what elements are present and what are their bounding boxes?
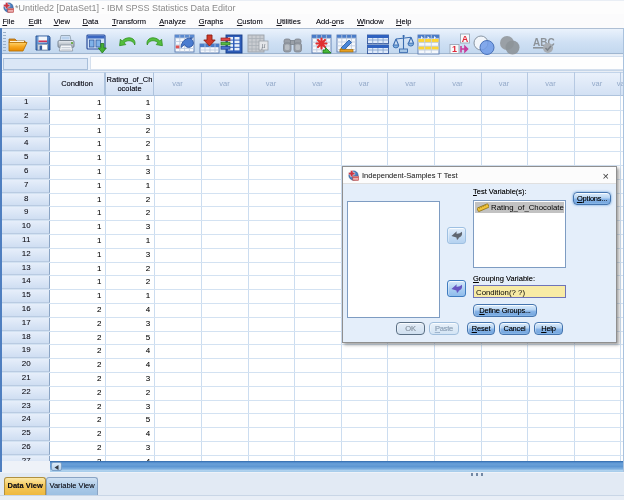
svg-text:1: 1: [452, 44, 457, 54]
svg-text:A: A: [462, 34, 469, 44]
svg-text:μ: μ: [261, 41, 266, 50]
